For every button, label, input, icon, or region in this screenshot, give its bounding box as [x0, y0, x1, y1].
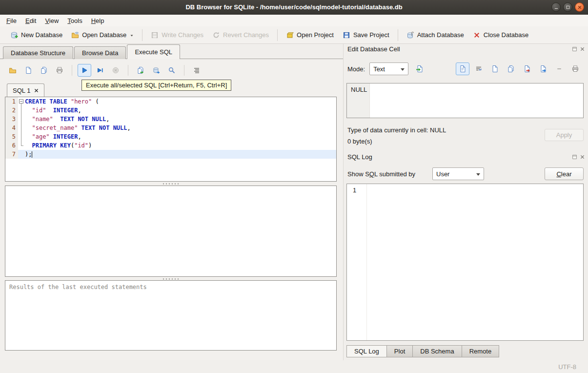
attach-database-button[interactable]: Attach Database	[404, 29, 466, 41]
format-sql-button[interactable]	[190, 64, 203, 77]
maximize-button[interactable]	[563, 2, 572, 12]
menu-tools[interactable]: Tools	[63, 16, 86, 26]
new-database-button[interactable]: New Database	[8, 29, 65, 41]
execute-all-button[interactable]	[78, 64, 91, 77]
dock-tab-plot[interactable]: Plot	[387, 345, 413, 357]
copy-icon	[507, 65, 515, 73]
save-results-button[interactable]	[149, 64, 163, 77]
code-text: );	[25, 150, 336, 159]
revert-changes-label: Revert Changes	[223, 31, 269, 39]
dock-tab-remote[interactable]: Remote	[462, 345, 500, 357]
dock-tab-db-schema[interactable]: DB Schema	[413, 345, 462, 357]
menu-help[interactable]: Help	[87, 16, 109, 26]
mode-select[interactable]: Text	[369, 62, 408, 75]
fold-margin	[18, 132, 25, 141]
menu-view[interactable]: View	[41, 16, 63, 26]
save-project-button[interactable]: Save Project	[340, 29, 392, 41]
encoding-label: UTF-8	[558, 363, 576, 371]
close-panel-icon[interactable]	[580, 154, 585, 160]
find-replace-icon	[168, 66, 176, 74]
export-results-button[interactable]	[134, 64, 147, 77]
log-filter-select[interactable]: User	[432, 167, 484, 180]
results-placeholder: Results of the last executed statements	[9, 284, 147, 290]
apply-button[interactable]: Apply	[545, 129, 584, 141]
chevron-down-icon[interactable]	[130, 34, 134, 39]
cell-toolbar	[456, 62, 582, 75]
menu-file[interactable]: File	[2, 16, 21, 26]
save-sql-as-icon	[40, 66, 48, 74]
execute-tooltip: Execute all/selected SQL [Ctrl+Return, F…	[81, 80, 231, 91]
results-message-pane: Results of the last executed statements	[5, 280, 337, 351]
close-window-button[interactable]	[575, 2, 584, 12]
editor-line: 6 PRIMARY KEY("id")	[5, 141, 336, 150]
sql-log-list[interactable]: 1	[346, 184, 584, 341]
copy-button[interactable]	[504, 62, 518, 75]
editor-line: 2 "id" INTEGER,	[5, 106, 336, 115]
line-number: 5	[5, 132, 18, 141]
export-red-button[interactable]	[520, 62, 534, 75]
document-view-button[interactable]	[456, 62, 469, 75]
editor-lines: 1−CREATE TABLE "hero" (2 "id" INTEGER,3 …	[5, 97, 336, 159]
document-view-icon	[459, 65, 466, 73]
stop-icon	[112, 66, 120, 74]
write-changes-button[interactable]: Write Changes	[148, 29, 206, 41]
line-number: 2	[5, 106, 18, 115]
tab-database-structure[interactable]: Database Structure	[3, 46, 73, 59]
float-panel-icon[interactable]	[572, 46, 577, 52]
tab-browse-data[interactable]: Browse Data	[74, 46, 126, 59]
toolbar-separator	[128, 65, 128, 76]
log-panel-controls	[572, 154, 585, 160]
open-database-button[interactable]: Open Database	[69, 29, 136, 41]
open-database-label: Open Database	[82, 31, 126, 39]
line-number: 7	[5, 150, 18, 159]
execute-line-button[interactable]	[93, 64, 107, 77]
editor-line: 3 "name" TEXT NOT NULL,	[5, 115, 336, 124]
mode-value: Text	[373, 65, 385, 73]
log-panel-title: SQL Log	[347, 153, 372, 161]
editor-line: 1−CREATE TABLE "hero" (	[5, 97, 336, 106]
format-sql-icon	[193, 66, 201, 74]
cell-editor[interactable]: NULL	[346, 83, 584, 118]
sql-editor[interactable]: 1−CREATE TABLE "hero" (2 "id" INTEGER,3 …	[5, 97, 337, 182]
cell-panel-controls	[572, 46, 585, 52]
open-sql-file-button[interactable]	[6, 64, 20, 77]
editor-line: 4 "secret_name" TEXT NOT NULL,	[5, 124, 336, 132]
open-file-button[interactable]	[488, 62, 502, 75]
editor-line: 5 "age" INTEGER,	[5, 132, 336, 141]
splitter-handle[interactable]	[5, 182, 337, 185]
export-blue-icon	[539, 65, 547, 73]
import-text-button[interactable]	[413, 62, 426, 75]
open-sql-file-icon	[9, 66, 17, 74]
toolbar-group: New DatabaseOpen Database	[2, 29, 142, 41]
editor-line: 7);	[5, 150, 336, 159]
fold-marker-icon[interactable]: −	[18, 97, 25, 106]
mode-label: Mode:	[347, 65, 365, 73]
code-text: "age" INTEGER,	[25, 132, 336, 141]
save-sql-as-button[interactable]	[37, 64, 51, 77]
revert-changes-button[interactable]: Revert Changes	[210, 29, 271, 41]
open-project-button[interactable]: Open Project	[284, 29, 336, 41]
export-blue-button[interactable]	[536, 62, 550, 75]
float-panel-icon[interactable]	[572, 154, 577, 160]
close-panel-icon[interactable]	[580, 46, 585, 52]
fold-margin	[18, 124, 25, 132]
panel-splitter[interactable]	[343, 44, 344, 360]
stop-button[interactable]	[109, 64, 122, 77]
save-sql-file-button[interactable]	[21, 64, 35, 77]
print-button[interactable]	[53, 64, 66, 77]
save-project-label: Save Project	[353, 31, 389, 39]
print-button[interactable]	[568, 62, 582, 75]
word-wrap-button[interactable]	[472, 62, 486, 75]
close-database-button[interactable]: Close Database	[470, 29, 531, 41]
log-line-number: 1	[353, 186, 356, 194]
set-null-button[interactable]	[552, 62, 566, 75]
sql-editor-tab[interactable]: SQL 1	[7, 83, 44, 97]
tab-execute-sql[interactable]: Execute SQL	[127, 44, 180, 59]
find-replace-button[interactable]	[165, 64, 179, 77]
close-tab-icon[interactable]	[34, 88, 39, 93]
dock-tab-sql-log[interactable]: SQL Log	[346, 345, 387, 357]
menu-edit[interactable]: Edit	[21, 16, 41, 26]
clear-log-button[interactable]: Clear	[545, 167, 584, 180]
minimize-button[interactable]	[551, 2, 561, 12]
clear-label: Clear	[556, 170, 571, 178]
